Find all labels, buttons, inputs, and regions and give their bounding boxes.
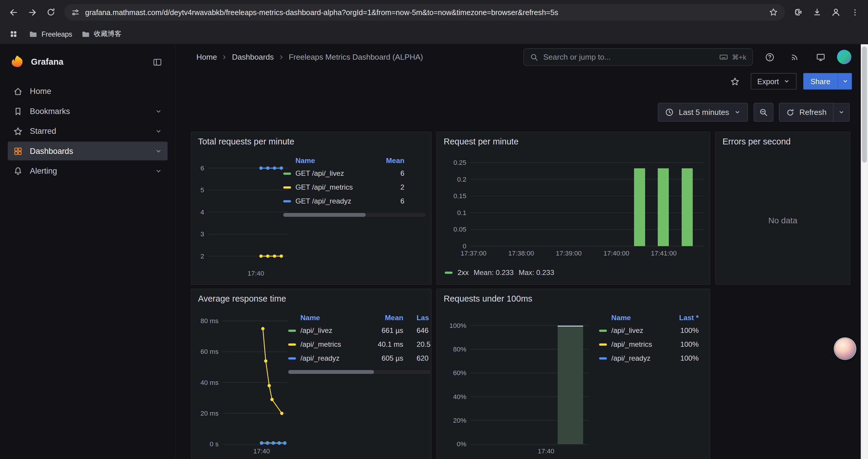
sidebar-item-starred[interactable]: Starred [8,122,167,140]
scrollbar-thumb[interactable] [862,46,867,162]
sidebar-item-bookmarks[interactable]: Bookmarks [8,102,167,121]
average-response-time-chart[interactable]: 80 ms60 ms40 ms20 ms0 s17:40 [193,305,293,459]
page-scrollbar[interactable] [861,44,868,459]
panel-title[interactable]: Errors per second [716,132,850,148]
legend-header[interactable]: Last * [668,314,699,322]
series-name[interactable]: /api/_livez [611,326,668,335]
chevron-down-icon[interactable] [155,107,162,114]
legend-header[interactable]: Name [288,314,371,322]
news-rss-icon[interactable] [786,48,804,66]
brand-name[interactable]: Grafana [31,57,142,67]
time-range-picker[interactable]: Last 5 minutes [658,103,748,122]
sidebar-item-alerting[interactable]: Alerting [8,162,167,181]
refresh-interval-dropdown[interactable] [834,103,850,122]
back-button[interactable] [4,3,22,21]
legend-row: GET /api/_metrics2 [283,180,426,194]
url-text[interactable]: grafana.mathmast.com/d/deytv4rwavabkb/fr… [85,8,764,16]
series-name[interactable]: 2xx [458,268,469,276]
legend-row: /api/_metrics40.1 ms20.5 m [288,337,431,351]
monitor-icon[interactable] [812,48,829,66]
chevron-down-icon[interactable] [155,147,162,155]
sidenav-items: HomeBookmarksStarredDashboardsAlerting [8,82,167,180]
profile-icon[interactable] [827,3,845,21]
share-dropdown-button[interactable] [838,73,852,90]
bookmark-folder-freeleaps[interactable]: Freeleaps [29,30,72,38]
series-name[interactable]: GET /api/_metrics [296,183,371,191]
apps-grid-icon[interactable] [6,28,20,41]
reload-button[interactable] [42,3,60,21]
svg-text:0.25: 0.25 [454,159,466,166]
series-value: 100% [668,326,699,335]
share-button[interactable]: Share [803,73,838,90]
svg-text:0.1: 0.1 [457,209,466,217]
keyboard-icon [719,53,728,61]
legend-table: NameMeanLas/api/_livez661 µs646/api/_met… [288,311,431,374]
series-name[interactable]: GET /api/_readyz [296,197,371,205]
sidebar-item-dashboards[interactable]: Dashboards [8,141,167,160]
dock-menu-icon[interactable] [149,54,165,70]
assistant-avatar-widget[interactable] [835,338,855,359]
svg-text:17:39:00: 17:39:00 [556,250,582,257]
panel-title[interactable]: Total requests per minute [191,132,431,148]
user-avatar[interactable] [837,50,851,64]
series-name[interactable]: GET /api/_livez [296,169,371,177]
bookmark-folder-blogs[interactable]: 收藏博客 [81,29,121,39]
brand-row: Grafana [8,51,167,73]
legend-inline: 2xx Mean: 0.233 Max: 0.233 [445,268,554,276]
panel-title[interactable]: Request per minute [437,132,710,148]
breadcrumb-item[interactable]: Home [196,53,217,61]
zoom-out-button[interactable] [753,103,773,122]
legend-header[interactable]: Mean [371,156,404,165]
series-value: 6 [371,169,404,177]
export-button[interactable]: Export [751,73,797,90]
bookmark-icon [13,106,23,116]
series-name[interactable]: /api/_metrics [611,340,668,349]
bell-icon [13,166,23,176]
breadcrumb-item[interactable]: Freeleaps Metrics Dashboard (ALPHA) [289,53,423,61]
svg-text:20 ms: 20 ms [200,410,218,417]
legend-scrollbar[interactable] [283,213,426,217]
chevron-down-icon [734,109,741,116]
legend-row: /api/_livez100% [599,323,703,337]
address-bar[interactable]: grafana.mathmast.com/d/deytv4rwavabkb/fr… [64,4,785,21]
legend-header[interactable]: Las [403,314,431,322]
chevron-down-icon[interactable] [155,167,162,174]
svg-text:17:40: 17:40 [538,448,554,455]
request-per-minute-chart[interactable]: 00.050.10.150.20.2517:37:0017:38:0017:39… [439,148,711,267]
series-max: Max: 0.233 [519,268,554,276]
legend-header[interactable]: Name [599,314,668,322]
breadcrumb: HomeDashboardsFreeleaps Metrics Dashboar… [196,53,423,61]
forward-button[interactable] [23,3,41,21]
downloads-icon[interactable] [808,3,826,21]
clock-icon [665,108,674,117]
legend-row: /api/_readyz100% [599,351,703,365]
series-name[interactable]: /api/_readyz [611,354,668,362]
chevron-down-icon[interactable] [155,128,162,135]
series-name[interactable]: /api/_livez [301,326,371,335]
total-requests-chart[interactable]: 6543217:40 [193,148,293,283]
legend-header[interactable]: Name [283,156,371,165]
series-value: 6 [371,197,404,205]
series-mean: Mean: 0.233 [473,268,514,276]
svg-text:4: 4 [200,208,204,216]
grafana-logo[interactable] [10,55,25,69]
breadcrumb-item[interactable]: Dashboards [232,53,274,61]
refresh-button[interactable]: Refresh [779,103,833,122]
svg-text:40 ms: 40 ms [200,379,218,386]
svg-text:0.15: 0.15 [454,192,466,200]
search-input[interactable]: Search or jump to... ⌘+k [523,48,753,66]
legend-scrollbar[interactable] [288,370,431,374]
extensions-icon[interactable] [789,3,807,21]
site-settings-icon[interactable] [71,8,80,16]
panel-title[interactable]: Average response time [191,289,431,304]
bookmark-star-icon[interactable] [769,8,778,17]
help-icon[interactable] [761,48,778,66]
panel-title[interactable]: Requests under 100ms [437,289,710,304]
series-name[interactable]: /api/_metrics [301,340,371,349]
favorite-star-icon[interactable] [726,72,744,90]
sidebar-item-home[interactable]: Home [8,82,167,101]
series-name[interactable]: /api/_readyz [301,354,371,362]
requests-under-100ms-chart[interactable]: 100%80%60%40%20%0%17:40 [439,305,611,459]
browser-menu-icon[interactable] [846,3,864,21]
legend-header[interactable]: Mean [371,314,403,322]
